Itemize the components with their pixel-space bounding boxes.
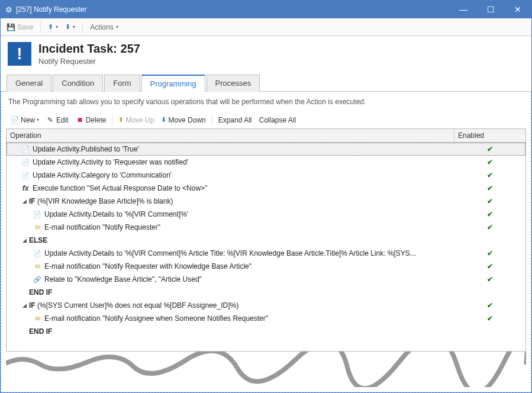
operation-text: END IF xyxy=(29,288,52,297)
move-down-button[interactable]: ⬇Move Down xyxy=(159,115,208,125)
expand-all-button[interactable]: Expand All xyxy=(216,115,254,125)
header: ! Incident Task: 257 Notify Requester xyxy=(1,36,531,74)
relate-icon: 🔗 xyxy=(33,275,42,284)
enabled-cell: ✔ xyxy=(454,210,525,218)
collapse-all-button[interactable]: Collapse All xyxy=(257,115,299,125)
tab-condition[interactable]: Condition xyxy=(53,75,103,92)
operation-row[interactable]: 📄Update Activity.Details to '%[VIR Comme… xyxy=(7,247,525,260)
header-titles: Incident Task: 257 Notify Requester xyxy=(38,42,140,66)
caret-icon: ▾ xyxy=(37,117,39,123)
minimize-button[interactable]: — xyxy=(450,1,477,18)
operation-row[interactable]: 🔗Relate to "Knowledge Base Article", "Ar… xyxy=(7,273,525,286)
move-up-button[interactable]: ⬆Move Up xyxy=(116,115,156,125)
operation-row[interactable]: END IF xyxy=(7,286,525,299)
window: ⚙ [257] Notify Requester — ☐ ✕ 💾 Save ⬆▾… xyxy=(0,0,532,393)
save-button[interactable]: 💾 Save xyxy=(4,22,36,33)
operation-row[interactable]: END IF xyxy=(7,325,525,338)
operation-cell: 📄Update Activity.Category to 'Communicat… xyxy=(7,170,454,180)
enabled-cell: ✔ xyxy=(454,275,525,284)
operation-row[interactable]: ✉E-mail notification "Notify Assignee wh… xyxy=(7,312,525,325)
prev-button[interactable]: ⬆▾ xyxy=(46,22,60,32)
arrow-down-icon: ⬇ xyxy=(65,23,70,31)
separator xyxy=(40,22,41,33)
enabled-cell: ✔ xyxy=(454,223,525,231)
operation-row[interactable]: ✉E-mail notification "Notify Requester w… xyxy=(7,260,525,273)
update-icon: 📄 xyxy=(21,144,30,154)
operation-cell: END IF xyxy=(7,327,454,336)
operation-text: Update Activity.Details to '%[VIR Commen… xyxy=(44,210,188,218)
operation-text: Update Activity.Activity to 'Requester w… xyxy=(33,158,188,166)
operation-row[interactable]: ◢IF (%[VIR Knowledge Base Article]% is b… xyxy=(7,195,525,208)
save-icon: 💾 xyxy=(7,23,15,31)
enabled-cell: ✔ xyxy=(454,262,525,270)
new-button[interactable]: 📄New▾ xyxy=(8,115,41,125)
operations-toolbar: 📄New▾ ✎Edit ✖Delete ⬆Move Up ⬇Move Down … xyxy=(6,112,526,128)
col-enabled[interactable]: Enabled xyxy=(454,129,525,142)
next-button[interactable]: ⬇▾ xyxy=(63,22,78,32)
enabled-cell: ✔ xyxy=(454,197,525,205)
operation-row[interactable]: ◢IF (%[SYS Current User]% does not equal… xyxy=(7,299,525,312)
titlebar[interactable]: ⚙ [257] Notify Requester — ☐ ✕ xyxy=(1,1,531,18)
enabled-cell: ✔ xyxy=(454,184,525,192)
operation-cell: 📄Update Activity.Published to 'True' xyxy=(7,144,454,154)
operation-text: ELSE xyxy=(29,236,47,244)
delete-button[interactable]: ✖Delete xyxy=(73,115,109,125)
task-icon: ! xyxy=(8,42,31,66)
operation-text: IF (%[SYS Current User]% does not equal … xyxy=(29,301,238,310)
enabled-cell: ✔ xyxy=(454,171,525,179)
operation-cell: ◢ELSE xyxy=(7,236,454,244)
update-icon: 📄 xyxy=(33,249,42,258)
expander-icon[interactable]: ◢ xyxy=(21,198,28,204)
update-icon: 📄 xyxy=(33,210,42,219)
edit-button[interactable]: ✎Edit xyxy=(44,115,71,125)
expander-icon[interactable]: ◢ xyxy=(21,237,28,243)
page-title: Incident Task: 257 xyxy=(38,42,140,56)
expander-icon[interactable]: ◢ xyxy=(21,302,28,308)
separator xyxy=(112,115,112,125)
operation-text: Update Activity.Details to '%[VIR Commen… xyxy=(44,249,416,257)
operation-row[interactable]: fxExecute function "Set Actual Response … xyxy=(7,182,525,195)
tab-content: The Programming tab allows you to specif… xyxy=(1,92,531,392)
close-button[interactable]: ✕ xyxy=(504,1,531,18)
operation-row[interactable]: ✉E-mail notification "Notify Requester"✔ xyxy=(7,221,525,234)
operation-cell: ✉E-mail notification "Notify Assignee wh… xyxy=(7,314,454,323)
actions-menu[interactable]: Actions ▾ xyxy=(88,22,120,33)
main-toolbar: 💾 Save ⬆▾ ⬇▾ Actions ▾ xyxy=(1,18,531,36)
arrow-up-icon: ⬆ xyxy=(118,116,124,124)
operation-text: IF (%[VIR Knowledge Base Article]% is bl… xyxy=(29,197,173,205)
operation-cell: END IF xyxy=(7,288,454,297)
operation-row[interactable]: 📄Update Activity.Details to '%[VIR Comme… xyxy=(7,208,525,221)
tab-programming[interactable]: Programming xyxy=(141,75,205,92)
operation-row[interactable]: ◢ELSE xyxy=(7,234,525,247)
operation-text: E-mail notification "Notify Requester" xyxy=(44,223,160,231)
caret-icon: ▾ xyxy=(56,24,58,30)
tab-form[interactable]: Form xyxy=(104,75,140,92)
mail-icon: ✉ xyxy=(33,314,42,323)
operation-row[interactable]: 📄Update Activity.Activity to 'Requester … xyxy=(7,156,525,169)
maximize-button[interactable]: ☐ xyxy=(477,1,504,18)
col-operation[interactable]: Operation xyxy=(7,129,454,142)
window-title: [257] Notify Requester xyxy=(16,5,450,14)
operation-text: E-mail notification "Notify Assignee whe… xyxy=(44,314,268,323)
tab-processes[interactable]: Processes xyxy=(207,75,260,92)
operation-cell: ◢IF (%[VIR Knowledge Base Article]% is b… xyxy=(7,197,454,205)
update-icon: 📄 xyxy=(21,157,30,167)
tab-general[interactable]: General xyxy=(7,75,51,92)
mail-icon: ✉ xyxy=(33,262,42,271)
operation-row[interactable]: 📄Update Activity.Published to 'True'✔ xyxy=(7,143,525,156)
operation-row[interactable]: 📄Update Activity.Category to 'Communicat… xyxy=(7,169,525,182)
caret-icon: ▾ xyxy=(116,24,118,30)
operation-cell: ✉E-mail notification "Notify Requester w… xyxy=(7,262,454,271)
gear-icon: ⚙ xyxy=(5,5,12,14)
grid-body: 📄Update Activity.Published to 'True'✔📄Up… xyxy=(6,143,526,352)
operation-cell: fxExecute function "Set Actual Response … xyxy=(7,183,454,193)
operation-text: Relate to "Knowledge Base Article", "Art… xyxy=(44,275,202,284)
operation-cell: ◢IF (%[SYS Current User]% does not equal… xyxy=(7,301,454,310)
arrow-up-icon: ⬆ xyxy=(48,23,53,31)
description-text: The Programming tab allows you to specif… xyxy=(6,96,526,112)
page-subtitle: Notify Requester xyxy=(38,57,140,66)
operation-text: Execute function "Set Actual Response Da… xyxy=(33,184,207,192)
operation-text: Update Activity.Category to 'Communicati… xyxy=(33,171,172,179)
window-controls: — ☐ ✕ xyxy=(450,1,531,18)
enabled-cell: ✔ xyxy=(454,249,525,257)
